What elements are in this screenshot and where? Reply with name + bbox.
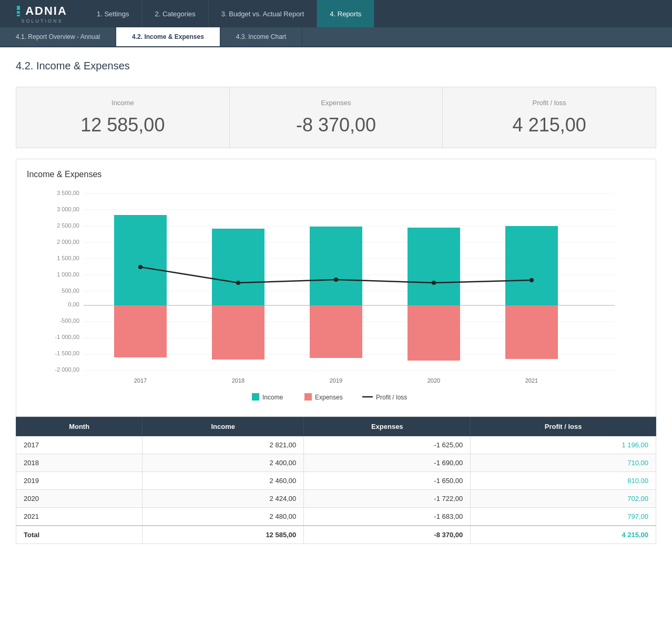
- cell-month: 2019: [16, 472, 142, 490]
- expenses-label: Expenses: [246, 99, 427, 107]
- top-nav: ADNIA SOLUTIONS 1. Settings 2. Categorie…: [0, 0, 672, 27]
- cell-profit: 797,00: [471, 508, 656, 526]
- cell-expenses: -1 625,00: [304, 436, 471, 454]
- svg-text:1 000,00: 1 000,00: [57, 271, 79, 278]
- sub-nav: 4.1. Report Overview - Annual 4.2. Incom…: [0, 27, 672, 47]
- logo-sub: SOLUTIONS: [21, 18, 63, 24]
- logo-icon: [17, 6, 20, 16]
- footer-income: 12 585,00: [142, 526, 304, 544]
- cell-profit: 1 196,00: [471, 436, 656, 454]
- bar-2021-income: [505, 226, 558, 305]
- footer-expenses: -8 370,00: [304, 526, 471, 544]
- profit-dot-2018: [236, 281, 240, 285]
- profit-label: Profit / loss: [459, 99, 640, 107]
- legend-income-icon: [252, 393, 259, 401]
- nav-budget[interactable]: 3. Budget vs. Actual Report: [209, 0, 318, 27]
- subnav-income-expenses[interactable]: 4.2. Income & Expenses: [116, 27, 220, 46]
- svg-text:0,00: 0,00: [68, 301, 79, 307]
- svg-text:2018: 2018: [232, 377, 245, 384]
- cell-income: 2 480,00: [142, 508, 304, 526]
- data-table: Month Income Expenses Profit / loss 2017…: [16, 417, 656, 544]
- profit-dot-2020: [432, 281, 436, 285]
- col-month: Month: [16, 417, 142, 436]
- cell-profit: 702,00: [471, 490, 656, 508]
- bar-2017-expenses: [114, 305, 167, 357]
- svg-text:500,00: 500,00: [62, 288, 79, 294]
- cell-expenses: -1 690,00: [304, 454, 471, 472]
- cell-income: 2 460,00: [142, 472, 304, 490]
- subnav-annual[interactable]: 4.1. Report Overview - Annual: [0, 27, 116, 46]
- profit-dot-2017: [138, 265, 142, 269]
- svg-text:3 500,00: 3 500,00: [57, 190, 79, 196]
- cell-expenses: -1 650,00: [304, 472, 471, 490]
- col-expenses: Expenses: [304, 417, 471, 436]
- cell-month: 2021: [16, 508, 142, 526]
- bar-2019-income: [310, 227, 362, 305]
- svg-text:2020: 2020: [427, 377, 440, 384]
- table-row: 2019 2 460,00 -1 650,00 810,00: [16, 472, 656, 490]
- bar-2017-income: [114, 215, 167, 305]
- cell-month: 2020: [16, 490, 142, 508]
- expenses-value: -8 370,00: [246, 114, 427, 136]
- chart-container: Income & Expenses 3 500,00 3 000,00 2 50…: [16, 159, 656, 417]
- profit-dot-2021: [530, 278, 534, 282]
- nav-categories[interactable]: 2. Categories: [142, 0, 208, 27]
- bar-2019-expenses: [310, 305, 362, 358]
- income-label: Income: [32, 99, 213, 107]
- svg-text:2017: 2017: [134, 377, 147, 384]
- col-income: Income: [142, 417, 304, 436]
- nav-reports[interactable]: 4. Reports: [317, 0, 374, 27]
- bar-2020-income: [408, 228, 460, 305]
- summary-profit: Profit / loss 4 215,00: [443, 87, 656, 148]
- logo: ADNIA SOLUTIONS: [0, 4, 84, 24]
- profit-value: 4 215,00: [459, 114, 640, 136]
- legend-expenses-label: Expenses: [315, 394, 343, 401]
- cell-expenses: -1 683,00: [304, 508, 471, 526]
- summary-expenses: Expenses -8 370,00: [230, 87, 443, 148]
- table-row: 2021 2 480,00 -1 683,00 797,00: [16, 508, 656, 526]
- legend-profit-label: Profit / loss: [376, 394, 407, 401]
- col-profit: Profit / loss: [471, 417, 656, 436]
- svg-text:2021: 2021: [525, 377, 538, 384]
- svg-text:1 500,00: 1 500,00: [57, 255, 79, 261]
- chart-svg-wrap: 3 500,00 3 000,00 2 500,00 2 000,00 1 50…: [27, 186, 645, 408]
- svg-text:2 000,00: 2 000,00: [57, 239, 79, 245]
- content-area: 4.2. Income & Expenses Income 12 585,00 …: [0, 47, 672, 557]
- profit-dot-2019: [334, 278, 338, 282]
- bar-2018-expenses: [212, 305, 264, 360]
- cell-income: 2 821,00: [142, 436, 304, 454]
- table-row: 2018 2 400,00 -1 690,00 710,00: [16, 454, 656, 472]
- nav-settings[interactable]: 1. Settings: [84, 0, 142, 27]
- table-row: 2017 2 821,00 -1 625,00 1 196,00: [16, 436, 656, 454]
- table-footer-row: Total 12 585,00 -8 370,00 4 215,00: [16, 526, 656, 544]
- bar-2020-expenses: [408, 305, 460, 361]
- svg-text:-2 000,00: -2 000,00: [55, 366, 79, 373]
- footer-label: Total: [16, 526, 142, 544]
- cell-month: 2017: [16, 436, 142, 454]
- svg-text:-1 000,00: -1 000,00: [55, 334, 79, 340]
- chart-title: Income & Expenses: [27, 170, 645, 179]
- summary-income: Income 12 585,00: [16, 87, 230, 148]
- svg-text:-500,00: -500,00: [60, 317, 79, 324]
- table-header-row: Month Income Expenses Profit / loss: [16, 417, 656, 436]
- subnav-income-chart[interactable]: 4.3. Income Chart: [220, 27, 302, 46]
- cell-profit: 710,00: [471, 454, 656, 472]
- cell-income: 2 400,00: [142, 454, 304, 472]
- table-row: 2020 2 424,00 -1 722,00 702,00: [16, 490, 656, 508]
- bar-2021-expenses: [505, 305, 558, 359]
- footer-profit: 4 215,00: [471, 526, 656, 544]
- cell-profit: 810,00: [471, 472, 656, 490]
- legend-expenses-icon: [304, 393, 312, 401]
- svg-text:-1 500,00: -1 500,00: [55, 350, 79, 356]
- nav-items: 1. Settings 2. Categories 3. Budget vs. …: [84, 0, 672, 27]
- svg-text:2 500,00: 2 500,00: [57, 222, 79, 229]
- cell-month: 2018: [16, 454, 142, 472]
- page-title: 4.2. Income & Expenses: [16, 60, 656, 72]
- svg-text:3 000,00: 3 000,00: [57, 206, 79, 212]
- svg-text:2019: 2019: [330, 377, 342, 384]
- summary-cards: Income 12 585,00 Expenses -8 370,00 Prof…: [16, 87, 656, 148]
- cell-expenses: -1 722,00: [304, 490, 471, 508]
- income-value: 12 585,00: [32, 114, 213, 136]
- cell-income: 2 424,00: [142, 490, 304, 508]
- bar-2018-income: [212, 229, 264, 305]
